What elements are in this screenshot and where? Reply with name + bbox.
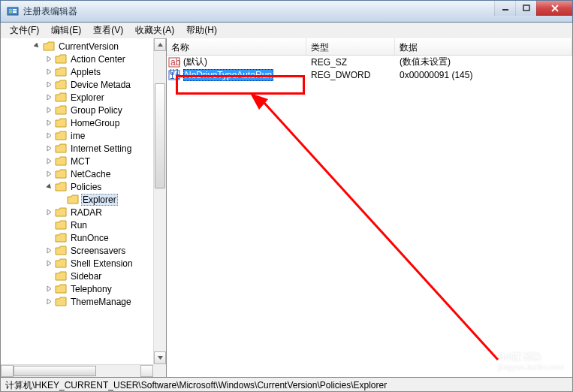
tree-item[interactable]: MCT [1,155,166,167]
tree-item[interactable]: Group Policy [1,104,166,116]
folder-icon [55,80,67,90]
blank [43,219,55,231]
tree[interactable]: CurrentVersion Action CenterAppletsDevic… [1,38,166,308]
list-row[interactable]: 011110NoDriveTypeAutoRunREG_DWORD0x00000… [167,68,572,81]
tree-item[interactable]: ime [1,129,166,142]
cell-data: 0x00000091 (145) [395,70,572,80]
expand-icon[interactable] [43,117,55,129]
value-name: (默认) [183,56,207,68]
column-data[interactable]: 数据 [395,38,572,55]
tree-item[interactable]: Sidebar [1,270,166,282]
tree-item[interactable]: HomeGroup [1,116,166,129]
scroll-thumb[interactable] [155,83,165,188]
maximize-button[interactable] [515,1,536,16]
tree-vscrollbar[interactable] [153,38,166,377]
value-name: NoDriveTypeAutoRun [183,69,273,81]
column-type[interactable]: 类型 [306,38,395,55]
menu-favorites[interactable]: 收藏夹(A) [129,23,180,38]
tree-label: Explorer [69,92,106,103]
tree-item[interactable]: RunOnce [1,231,166,244]
folder-icon [55,105,67,116]
tree-item[interactable]: Run [1,219,166,231]
scroll-corner [153,364,166,377]
column-name[interactable]: 名称 [167,38,306,55]
expand-icon[interactable] [43,130,55,142]
cell-type: REG_DWORD [306,70,395,80]
svg-rect-6 [523,5,529,11]
expand-icon[interactable] [43,53,55,65]
collapse-icon[interactable] [31,41,43,53]
scroll-left-button[interactable] [1,365,14,377]
minimize-button[interactable] [494,1,515,16]
tree-item[interactable]: RADAR [1,206,166,219]
tree-item[interactable]: Explorer [1,193,166,206]
tree-item[interactable]: Action Center [1,53,166,65]
tree-hscrollbar[interactable] [1,364,153,377]
folder-icon [55,131,67,141]
tree-item[interactable]: Screensavers [1,244,166,257]
expand-icon[interactable] [43,155,55,167]
scroll-down-button[interactable] [154,351,166,364]
folder-icon [55,169,67,179]
menu-file[interactable]: 文件(F) [4,23,45,38]
menu-help[interactable]: 帮助(H) [180,23,223,38]
tree-item-currentversion[interactable]: CurrentVersion [1,40,166,53]
tree-label: NetCache [69,169,112,179]
menu-edit[interactable]: 编辑(E) [45,23,87,38]
expand-icon[interactable] [43,207,55,219]
expand-icon[interactable] [43,104,55,116]
folder-icon [55,156,67,167]
scroll-right-button[interactable] [140,365,153,377]
tree-label: Group Policy [69,105,124,116]
list-row[interactable]: ab(默认)REG_SZ(数值未设置) [167,56,572,68]
expand-icon[interactable] [43,66,55,78]
expand-icon[interactable] [43,258,55,270]
binary-value-icon: 011110 [168,69,180,81]
tree-item[interactable]: Telephony [1,282,166,295]
menu-view[interactable]: 查看(V) [87,23,129,38]
blank [43,232,55,244]
tree-label: ThemeManage [69,297,133,307]
tree-item[interactable]: Explorer [1,91,166,104]
hscroll-thumb[interactable] [14,366,96,376]
expand-icon[interactable] [43,79,55,91]
close-button[interactable] [536,1,572,16]
tree-label: Device Metada [69,80,132,90]
tree-label: Internet Setting [69,143,133,154]
svg-text:110: 110 [170,71,180,81]
expand-icon[interactable] [43,143,55,155]
folder-icon [55,67,67,77]
tree-item[interactable]: ThemeManage [1,295,166,308]
tree-item[interactable]: Shell Extension [1,257,166,270]
tree-label: CurrentVersion [57,41,120,52]
folder-icon [55,207,67,218]
expand-icon[interactable] [43,283,55,295]
tree-item[interactable]: Device Metada [1,78,166,91]
tree-item[interactable]: NetCache [1,167,166,180]
expand-icon[interactable] [43,181,55,193]
folder-icon [55,258,67,269]
tree-label: HomeGroup [69,118,121,128]
list-header: 名称 类型 数据 [167,38,572,56]
scroll-up-button[interactable] [154,38,166,51]
expand-icon[interactable] [43,245,55,257]
tree-item[interactable]: Policies [1,180,166,193]
tree-item[interactable]: Internet Setting [1,142,166,155]
tree-label: Shell Extension [69,258,134,269]
expand-icon[interactable] [43,296,55,308]
blank [55,194,67,206]
tree-label: Action Center [69,54,127,65]
tree-label: Sidebar [69,271,103,282]
blank [43,270,55,282]
expand-icon[interactable] [43,92,55,104]
svg-text:ab: ab [170,57,180,68]
window-buttons [494,1,572,16]
expand-icon[interactable] [43,168,55,180]
cell-data: (数值未设置) [395,56,572,68]
tree-item[interactable]: Applets [1,65,166,78]
cell-type: REG_SZ [306,57,395,68]
folder-icon [55,271,67,282]
folder-icon [55,220,67,231]
tree-label: Telephony [69,284,113,294]
main-area: CurrentVersion Action CenterAppletsDevic… [0,38,573,378]
